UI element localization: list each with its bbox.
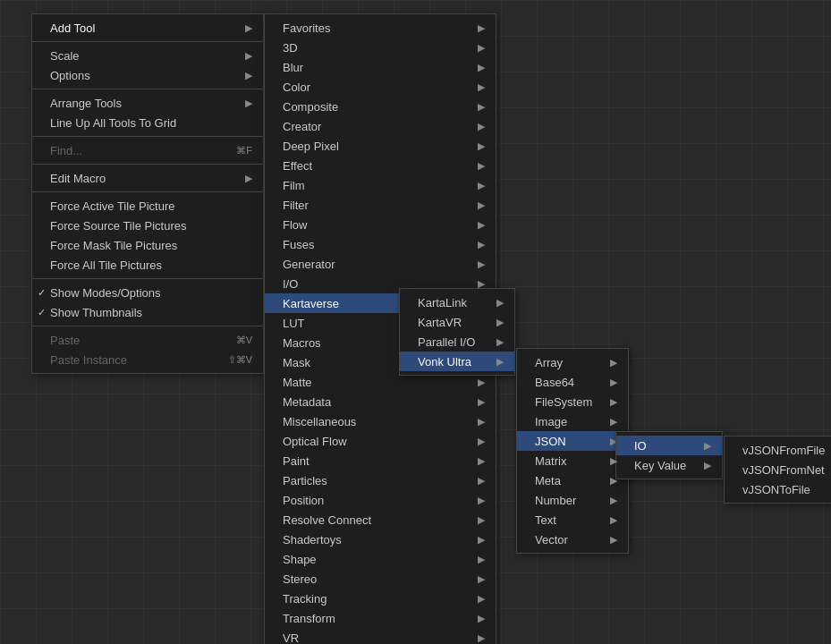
- number-item[interactable]: Number ▶: [517, 490, 628, 510]
- add-tool-item[interactable]: Add Tool ▶: [32, 18, 263, 38]
- vector-item[interactable]: Vector ▶: [517, 530, 628, 549]
- text-item[interactable]: Text ▶: [517, 510, 628, 530]
- 3d-label: 3D: [283, 41, 298, 55]
- paste-instance-item[interactable]: Paste Instance ⇧⌘V: [32, 350, 263, 369]
- composite-item[interactable]: Composite ▶: [265, 97, 496, 116]
- base64-item[interactable]: Base64 ▶: [517, 372, 628, 392]
- vr-item[interactable]: VR ▶: [265, 628, 496, 644]
- meta-item[interactable]: Meta ▶: [517, 470, 628, 490]
- edit-macro-arrow: ▶: [227, 173, 252, 184]
- particles-item[interactable]: Particles ▶: [265, 470, 496, 490]
- meta-arrow: ▶: [592, 475, 617, 487]
- scale-item[interactable]: Scale ▶: [32, 46, 263, 65]
- vjsonfromnet-item[interactable]: vJSONFromNet: [725, 460, 831, 479]
- effect-item[interactable]: Effect ▶: [265, 156, 496, 175]
- force-mask-item[interactable]: Force Mask Tile Pictures: [32, 235, 263, 255]
- number-label: Number: [535, 494, 576, 507]
- 3d-item[interactable]: 3D ▶: [265, 38, 496, 57]
- composite-label: Composite: [283, 100, 338, 114]
- image-label: Image: [535, 415, 567, 428]
- array-item[interactable]: Array ▶: [517, 352, 628, 372]
- deep-pixel-label: Deep Pixel: [283, 140, 339, 153]
- edit-macro-item[interactable]: Edit Macro ▶: [32, 168, 263, 188]
- particles-label: Particles: [283, 474, 327, 487]
- kartavr-arrow: ▶: [479, 317, 504, 328]
- separator3: [32, 136, 263, 137]
- generator-item[interactable]: Generator ▶: [265, 254, 496, 274]
- options-item[interactable]: Options ▶: [32, 65, 263, 85]
- composite-arrow: ▶: [460, 101, 485, 113]
- show-modes-item[interactable]: ✓ Show Modes/Options: [32, 283, 263, 302]
- particles-arrow: ▶: [460, 475, 485, 487]
- fuses-item[interactable]: Fuses ▶: [265, 234, 496, 254]
- find-item[interactable]: Find... ⌘F: [32, 140, 263, 160]
- blur-item[interactable]: Blur ▶: [265, 57, 496, 77]
- transform-item[interactable]: Transform ▶: [265, 608, 496, 628]
- show-modes-label: Show Modes/Options: [50, 286, 161, 300]
- vr-label: VR: [283, 631, 299, 645]
- creator-item[interactable]: Creator ▶: [265, 116, 496, 136]
- creator-label: Creator: [283, 120, 321, 133]
- tracking-item[interactable]: Tracking ▶: [265, 589, 496, 608]
- color-item[interactable]: Color ▶: [265, 77, 496, 97]
- vjsontofile-item[interactable]: vJSONToFile: [725, 479, 831, 499]
- shape-item[interactable]: Shape ▶: [265, 549, 496, 569]
- force-active-label: Force Active Tile Picture: [50, 199, 174, 213]
- metadata-arrow: ▶: [460, 396, 485, 408]
- line-up-label: Line Up All Tools To Grid: [50, 116, 176, 130]
- filesystem-item[interactable]: FileSystem ▶: [517, 392, 628, 411]
- lut-label: LUT: [283, 317, 305, 330]
- vr-arrow: ▶: [460, 632, 485, 644]
- kartalink-item[interactable]: KartaLink ▶: [400, 292, 514, 312]
- resolve-connect-item[interactable]: Resolve Connect ▶: [265, 510, 496, 530]
- miscellaneous-item[interactable]: Miscellaneous ▶: [265, 411, 496, 431]
- key-value-item[interactable]: Key Value ▶: [616, 455, 722, 475]
- meta-label: Meta: [535, 474, 561, 487]
- film-item[interactable]: Film ▶: [265, 175, 496, 195]
- arrange-tools-item[interactable]: Arrange Tools ▶: [32, 93, 263, 113]
- force-active-item[interactable]: Force Active Tile Picture: [32, 196, 263, 216]
- filter-label: Filter: [283, 199, 309, 212]
- color-arrow: ▶: [460, 81, 485, 93]
- filter-item[interactable]: Filter ▶: [265, 195, 496, 215]
- stereo-item[interactable]: Stereo ▶: [265, 569, 496, 589]
- film-label: Film: [283, 179, 305, 192]
- vjsonfromfile-item[interactable]: vJSONFromFile: [725, 440, 831, 460]
- shadertoys-item[interactable]: Shadertoys ▶: [265, 530, 496, 549]
- show-thumbnails-item[interactable]: ✓ Show Thumbnails: [32, 302, 263, 322]
- optical-flow-label: Optical Flow: [283, 435, 347, 448]
- paste-instance-shortcut: ⇧⌘V: [210, 354, 252, 366]
- paste-item[interactable]: Paste ⌘V: [32, 330, 263, 350]
- matrix-item[interactable]: Matrix ▶: [517, 451, 628, 470]
- parallel-io-item[interactable]: Parallel I/O ▶: [400, 332, 514, 352]
- optical-flow-arrow: ▶: [460, 436, 485, 447]
- image-arrow: ▶: [592, 416, 617, 428]
- separator7: [32, 326, 263, 326]
- matrix-arrow: ▶: [592, 455, 617, 467]
- matrix-label: Matrix: [535, 454, 566, 468]
- flow-item[interactable]: Flow ▶: [265, 215, 496, 234]
- optical-flow-item[interactable]: Optical Flow ▶: [265, 431, 496, 451]
- show-modes-check: ✓: [38, 287, 46, 299]
- position-item[interactable]: Position ▶: [265, 490, 496, 510]
- context-menu-level2: Favorites ▶ 3D ▶ Blur ▶ Color ▶ Composit…: [264, 13, 496, 644]
- io-submenu-item[interactable]: IO ▶ vJSONFromFile vJSONFromNet: [616, 436, 722, 455]
- paint-label: Paint: [283, 454, 310, 468]
- deep-pixel-item[interactable]: Deep Pixel ▶: [265, 136, 496, 156]
- json-arrow: ▶: [592, 436, 617, 447]
- tracking-arrow: ▶: [460, 593, 485, 605]
- paint-item[interactable]: Paint ▶: [265, 451, 496, 470]
- kartavr-item[interactable]: KartaVR ▶: [400, 312, 514, 332]
- force-source-label: Force Source Tile Pictures: [50, 219, 186, 233]
- favorites-item[interactable]: Favorites ▶: [265, 18, 496, 38]
- metadata-item[interactable]: Metadata ▶: [265, 392, 496, 411]
- force-all-item[interactable]: Force All Tile Pictures: [32, 255, 263, 275]
- image-item[interactable]: Image ▶: [517, 411, 628, 431]
- stereo-label: Stereo: [283, 572, 317, 586]
- generator-arrow: ▶: [460, 258, 485, 270]
- json-item[interactable]: JSON ▶ IO ▶ vJSONFromFile: [517, 431, 628, 451]
- line-up-item[interactable]: Line Up All Tools To Grid: [32, 113, 263, 132]
- force-source-item[interactable]: Force Source Tile Pictures: [32, 216, 263, 235]
- vonk-ultra-item[interactable]: Vonk Ultra ▶: [400, 352, 514, 371]
- separator2: [32, 89, 263, 89]
